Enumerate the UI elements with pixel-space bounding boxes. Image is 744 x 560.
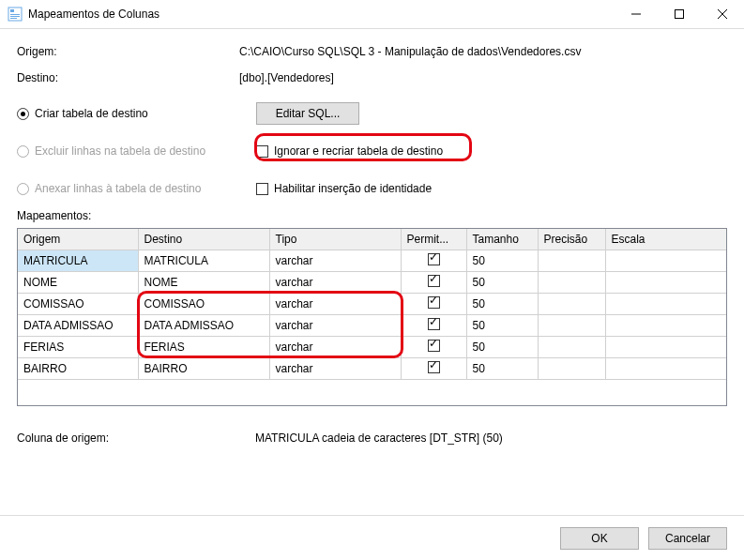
minimize-button[interactable] [615, 0, 658, 29]
cell-tipo[interactable]: varchar [269, 250, 401, 271]
delete-rows-radio [17, 145, 29, 158]
cell-origem[interactable]: FERIAS [18, 336, 138, 357]
header-tamanho[interactable]: Tamanho [466, 229, 538, 250]
cell-precisao[interactable] [538, 271, 605, 293]
identity-insert-checkbox[interactable] [256, 183, 268, 195]
cell-escala[interactable] [605, 357, 726, 379]
table-row[interactable]: NOMENOMEvarchar50 [18, 271, 726, 293]
cell-destino[interactable]: NOME [138, 271, 269, 293]
table-row[interactable]: BAIRROBAIRROvarchar50 [18, 357, 726, 379]
header-origem[interactable]: Origem [18, 229, 138, 250]
mappings-table[interactable]: Origem Destino Tipo Permit... Tamanho Pr… [18, 229, 726, 380]
cell-tamanho[interactable]: 50 [466, 271, 538, 293]
cell-destino[interactable]: FERIAS [138, 336, 269, 357]
titlebar: Mapeamentos de Colunas [0, 0, 744, 29]
cell-destino[interactable]: COMISSAO [138, 293, 269, 314]
cell-permit[interactable] [401, 271, 466, 293]
cell-destino[interactable]: BAIRRO [138, 357, 269, 379]
permit-checkbox[interactable] [428, 340, 440, 352]
cell-tamanho[interactable]: 50 [466, 336, 538, 357]
create-table-label: Criar tabela de destino [35, 107, 148, 120]
window-title: Mapeamentos de Colunas [28, 8, 615, 21]
cell-tamanho[interactable]: 50 [466, 250, 538, 271]
drop-recreate-label: Ignorar e recriar tabela de destino [274, 144, 443, 158]
cell-permit[interactable] [401, 336, 466, 357]
cell-tipo[interactable]: varchar [269, 293, 401, 314]
svg-rect-1 [10, 9, 14, 12]
append-rows-label: Anexar linhas à tabela de destino [35, 182, 201, 195]
cell-tamanho[interactable]: 50 [466, 314, 538, 336]
footer-bar: OK Cancelar [0, 515, 744, 560]
permit-checkbox[interactable] [428, 318, 440, 330]
identity-insert-label: Habilitar inserção de identidade [274, 182, 432, 195]
cell-escala[interactable] [605, 271, 726, 293]
svg-rect-2 [10, 14, 20, 15]
cell-escala[interactable] [605, 336, 726, 357]
cell-permit[interactable] [401, 357, 466, 379]
content-area: Origem: C:\CAIO\Curso SQL\SQL 3 - Manipu… [0, 29, 744, 464]
ok-button[interactable]: OK [560, 527, 639, 550]
close-button[interactable] [701, 0, 744, 29]
svg-rect-6 [676, 10, 684, 19]
cell-tamanho[interactable]: 50 [466, 293, 538, 314]
cell-precisao[interactable] [538, 357, 605, 379]
table-row[interactable]: FERIASFERIASvarchar50 [18, 336, 726, 357]
permit-checkbox[interactable] [428, 275, 440, 287]
cell-tipo[interactable]: varchar [269, 271, 401, 293]
mappings-label: Mapeamentos: [17, 209, 727, 222]
cell-permit[interactable] [401, 250, 466, 271]
cell-tipo[interactable]: varchar [269, 357, 401, 379]
svg-rect-4 [10, 18, 17, 19]
edit-sql-button[interactable]: Editar SQL... [256, 102, 359, 125]
delete-rows-label: Excluir linhas na tabela de destino [35, 144, 205, 158]
origin-label: Origem: [17, 45, 239, 58]
maximize-button[interactable] [658, 0, 701, 29]
cell-origem[interactable]: MATRICULA [18, 250, 138, 271]
cell-destino[interactable]: DATA ADMISSAO [138, 314, 269, 336]
cell-precisao[interactable] [538, 250, 605, 271]
create-table-radio[interactable] [17, 108, 29, 120]
cell-origem[interactable]: BAIRRO [18, 357, 138, 379]
cell-escala[interactable] [605, 314, 726, 336]
cell-destino[interactable]: MATRICULA [138, 250, 269, 271]
cell-precisao[interactable] [538, 336, 605, 357]
table-row[interactable]: MATRICULAMATRICULAvarchar50 [18, 250, 726, 271]
cell-tipo[interactable]: varchar [269, 336, 401, 357]
header-destino[interactable]: Destino [138, 229, 269, 250]
app-icon [8, 7, 23, 22]
cell-precisao[interactable] [538, 293, 605, 314]
cell-escala[interactable] [605, 250, 726, 271]
cell-origem[interactable]: DATA ADMISSAO [18, 314, 138, 336]
drop-recreate-checkbox[interactable] [256, 145, 268, 158]
permit-checkbox[interactable] [428, 296, 440, 309]
header-escala[interactable]: Escala [605, 229, 726, 250]
source-column-value: MATRICULA cadeia de caracteres [DT_STR] … [255, 431, 503, 445]
cancel-button[interactable]: Cancelar [648, 527, 727, 550]
source-column-label: Coluna de origem: [17, 431, 255, 445]
cell-permit[interactable] [401, 314, 466, 336]
append-rows-radio [17, 183, 29, 195]
header-permit[interactable]: Permit... [401, 229, 466, 250]
mappings-table-area: Origem Destino Tipo Permit... Tamanho Pr… [17, 228, 727, 406]
table-row[interactable]: COMISSAOCOMISSAOvarchar50 [18, 293, 726, 314]
cell-origem[interactable]: COMISSAO [18, 293, 138, 314]
cell-tamanho[interactable]: 50 [466, 357, 538, 379]
table-row[interactable]: DATA ADMISSAODATA ADMISSAOvarchar50 [18, 314, 726, 336]
header-tipo[interactable]: Tipo [269, 229, 401, 250]
destination-value: [dbo].[Vendedores] [239, 71, 334, 84]
cell-escala[interactable] [605, 293, 726, 314]
cell-permit[interactable] [401, 293, 466, 314]
table-header-row: Origem Destino Tipo Permit... Tamanho Pr… [18, 229, 726, 250]
cell-tipo[interactable]: varchar [269, 314, 401, 336]
permit-checkbox[interactable] [428, 361, 440, 373]
window-buttons [615, 0, 744, 29]
cell-origem[interactable]: NOME [18, 271, 138, 293]
cell-precisao[interactable] [538, 314, 605, 336]
header-precisao[interactable]: Precisão [538, 229, 605, 250]
svg-rect-3 [10, 16, 20, 17]
destination-label: Destino: [17, 71, 239, 84]
origin-value: C:\CAIO\Curso SQL\SQL 3 - Manipulação de… [239, 45, 581, 58]
permit-checkbox[interactable] [428, 253, 440, 265]
